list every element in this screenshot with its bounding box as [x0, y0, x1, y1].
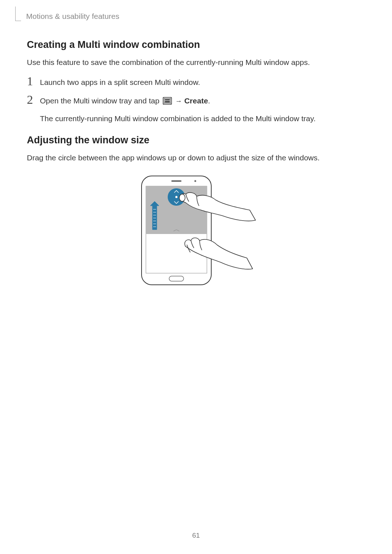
- phone-drag-illustration: [134, 173, 258, 289]
- period: .: [208, 97, 210, 105]
- step-1: 1 Launch two apps in a split screen Mult…: [27, 75, 365, 89]
- section-intro: Use this feature to save the combination…: [27, 57, 365, 68]
- step-2: 2 Open the Multi window tray and tap → C…: [27, 94, 365, 124]
- step-text: Launch two apps in a split screen Multi …: [40, 75, 200, 89]
- step-text: Open the Multi window tray and tap → Cre…: [40, 94, 315, 124]
- section-heading-creating: Creating a Multi window combination: [27, 39, 365, 50]
- step-text-prefix: Open the Multi window tray and tap: [40, 97, 162, 105]
- breadcrumb: Motions & usability features: [26, 12, 119, 21]
- section-adjusting: Adjusting the window size Drag the circl…: [27, 135, 365, 289]
- page-content: Creating a Multi window combination Use …: [27, 39, 365, 289]
- create-label: Create: [184, 97, 208, 105]
- svg-point-19: [179, 194, 185, 201]
- step-number: 1: [27, 75, 35, 87]
- header-corner-mark: [15, 7, 21, 21]
- step-number: 2: [27, 94, 35, 106]
- page-number: 61: [0, 532, 392, 539]
- arrow-icon: →: [175, 97, 182, 105]
- svg-rect-5: [171, 180, 181, 182]
- section-heading-adjusting: Adjusting the window size: [27, 135, 365, 146]
- svg-point-6: [195, 180, 196, 182]
- section-body: Drag the circle between the app windows …: [27, 152, 365, 163]
- svg-point-10: [175, 196, 177, 198]
- tray-icon: [163, 97, 172, 108]
- step-continuation: The currently-running Multi window combi…: [40, 113, 315, 125]
